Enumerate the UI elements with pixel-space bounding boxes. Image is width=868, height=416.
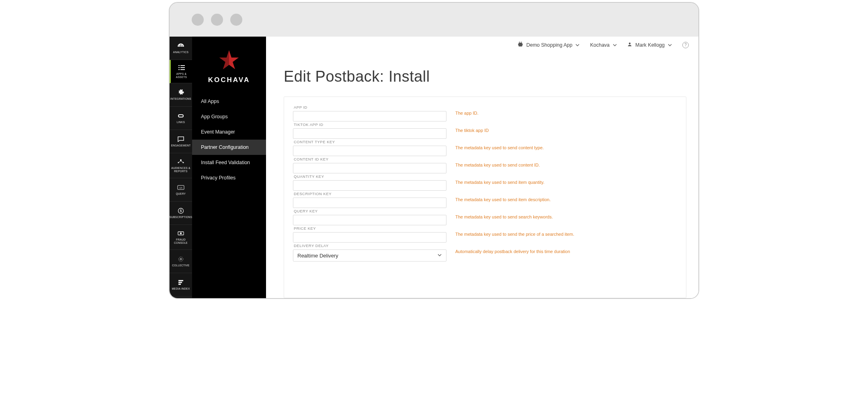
primary-nav-rail: ANALYTICS APPS & ASSETS INTEGRATIONS LIN… bbox=[170, 37, 192, 298]
org-selector[interactable]: Kochava bbox=[590, 42, 617, 48]
gear-icon bbox=[177, 89, 185, 96]
svg-rect-22 bbox=[178, 282, 182, 283]
delivery-delay-select[interactable]: Realtime Delivery bbox=[293, 249, 446, 262]
svg-rect-9 bbox=[180, 69, 185, 70]
field-label: DELIVERY DELAY bbox=[293, 243, 455, 248]
topbar: Demo Shopping App Kochava Mark Kellogg ? bbox=[266, 38, 698, 52]
gauge-icon bbox=[177, 42, 185, 49]
app-selector[interactable]: Demo Shopping App bbox=[518, 41, 580, 48]
price-key-input[interactable] bbox=[293, 232, 446, 243]
rail-item-integrations[interactable]: INTEGRATIONS bbox=[170, 83, 192, 107]
people-icon bbox=[177, 158, 185, 165]
rail-label: APPS & ASSETS bbox=[176, 72, 187, 79]
window-control-dot bbox=[211, 14, 223, 26]
rail-item-analytics[interactable]: ANALYTICS bbox=[170, 37, 192, 60]
rail-item-links[interactable]: LINKS bbox=[170, 107, 192, 130]
field-help: The metadata key used to send content ty… bbox=[455, 140, 544, 150]
field-row-price-key: PRICE KEY The metadata key used to send … bbox=[292, 226, 686, 243]
help-button[interactable]: ? bbox=[682, 42, 689, 48]
code-icon: </> bbox=[177, 184, 185, 191]
rail-label: ENGAGEMENT bbox=[171, 144, 190, 147]
svg-text:</>: </> bbox=[179, 187, 183, 189]
org-selector-label: Kochava bbox=[590, 42, 610, 48]
field-row-content-type-key: CONTENT TYPE KEY The metadata key used t… bbox=[292, 140, 686, 156]
rail-label: ANALYTICS bbox=[173, 51, 188, 54]
brand-name: KOCHAVA bbox=[208, 76, 250, 84]
list-icon bbox=[178, 64, 186, 71]
dollar-circle-icon: $ bbox=[177, 207, 185, 214]
user-menu[interactable]: Mark Kellogg bbox=[627, 42, 672, 48]
query-key-input[interactable] bbox=[293, 215, 446, 225]
select-value: Realtime Delivery bbox=[297, 253, 338, 259]
rail-item-audiences-reports[interactable]: AUDIENCES & REPORTS bbox=[170, 153, 192, 178]
content-id-key-input[interactable] bbox=[293, 163, 446, 173]
field-help: The metadata key used to send item quant… bbox=[455, 174, 545, 185]
field-help: The metadata key used to send search key… bbox=[455, 209, 553, 219]
field-row-query-key: QUERY KEY The metadata key used to send … bbox=[292, 209, 686, 225]
field-help: The metadata key used to send the price … bbox=[455, 226, 574, 237]
rail-label: INTEGRATIONS bbox=[170, 97, 191, 101]
field-row-delivery-delay: DELIVERY DELAY Realtime Delivery Automat… bbox=[292, 243, 686, 262]
user-icon bbox=[627, 42, 632, 48]
chat-icon bbox=[177, 136, 185, 143]
rail-item-collective[interactable]: COLLECTIVE bbox=[170, 250, 192, 273]
secondary-nav: KOCHAVA All Apps App Groups Event Manage… bbox=[192, 37, 266, 298]
field-help: The metadata key used to send item descr… bbox=[455, 192, 551, 202]
main-content: Demo Shopping App Kochava Mark Kellogg ?… bbox=[266, 37, 698, 298]
subnav-item-event-manager[interactable]: Event Manager bbox=[192, 124, 266, 140]
subnav-item-app-groups[interactable]: App Groups bbox=[192, 109, 266, 124]
svg-point-19 bbox=[180, 258, 182, 260]
svg-marker-25 bbox=[219, 50, 229, 69]
chevron-down-icon bbox=[437, 253, 442, 259]
svg-point-20 bbox=[179, 257, 183, 262]
field-label: QUANTITY KEY bbox=[293, 174, 455, 179]
subnav-item-all-apps[interactable]: All Apps bbox=[192, 94, 266, 109]
app-id-input[interactable] bbox=[293, 111, 446, 122]
subnav-item-install-feed-validation[interactable]: Install Feed Validation bbox=[192, 155, 266, 170]
svg-point-18 bbox=[180, 233, 182, 234]
brand-block: KOCHAVA bbox=[192, 37, 266, 94]
svg-rect-7 bbox=[180, 67, 185, 68]
svg-rect-23 bbox=[178, 284, 181, 285]
svg-rect-4 bbox=[178, 65, 180, 66]
rail-item-engagement[interactable]: ENGAGEMENT bbox=[170, 130, 192, 153]
svg-rect-8 bbox=[178, 69, 180, 70]
android-icon bbox=[518, 41, 523, 48]
field-help: The app ID. bbox=[455, 105, 478, 115]
chevron-down-icon bbox=[668, 43, 672, 47]
field-help: The metadata key used to send content ID… bbox=[455, 157, 540, 167]
field-row-quantity-key: QUANTITY KEY The metadata key used to se… bbox=[292, 174, 686, 191]
svg-rect-26 bbox=[519, 43, 522, 43]
quantity-key-input[interactable] bbox=[293, 180, 446, 191]
rail-item-media-index[interactable]: MEDIA INDEX bbox=[170, 273, 192, 297]
svg-rect-6 bbox=[178, 67, 180, 68]
field-help: The tiktok app ID bbox=[455, 122, 489, 133]
svg-rect-3 bbox=[180, 45, 181, 47]
field-label: APP ID bbox=[293, 105, 455, 109]
window-control-dot bbox=[230, 14, 242, 26]
rail-label: AUDIENCES & REPORTS bbox=[171, 167, 190, 173]
subnav-item-privacy-profiles[interactable]: Privacy Profiles bbox=[192, 170, 266, 185]
field-row-tiktok-app-id: TIKTOK APP ID The tiktok app ID bbox=[292, 122, 686, 139]
rail-label: QUERY bbox=[176, 192, 186, 196]
rail-item-apps-assets[interactable]: APPS & ASSETS bbox=[170, 60, 192, 83]
rail-item-fraud-console[interactable]: FRAUD CONSOLE bbox=[170, 225, 192, 250]
svg-point-2 bbox=[182, 45, 183, 46]
description-key-input[interactable] bbox=[293, 198, 446, 208]
svg-point-27 bbox=[629, 43, 631, 44]
tiktok-app-id-input[interactable] bbox=[293, 128, 446, 139]
rail-label: MEDIA INDEX bbox=[172, 287, 190, 290]
chevron-down-icon bbox=[575, 43, 579, 47]
content-type-key-input[interactable] bbox=[293, 146, 446, 156]
field-label: DESCRIPTION KEY bbox=[293, 192, 455, 196]
rail-label: FRAUD CONSOLE bbox=[174, 238, 188, 245]
stack-icon bbox=[177, 279, 185, 286]
app-shell: ANALYTICS APPS & ASSETS INTEGRATIONS LIN… bbox=[170, 37, 698, 298]
field-label: PRICE KEY bbox=[293, 226, 455, 231]
page-title: Edit Postback: Install bbox=[266, 52, 698, 97]
window-control-dot bbox=[192, 14, 204, 26]
subnav-item-partner-configuration[interactable]: Partner Configuration bbox=[192, 140, 266, 155]
rail-item-subscriptions[interactable]: $ SUBSCRIPTIONS bbox=[170, 202, 192, 225]
rail-item-query[interactable]: </> QUERY bbox=[170, 178, 192, 202]
user-name: Mark Kellogg bbox=[635, 42, 665, 48]
